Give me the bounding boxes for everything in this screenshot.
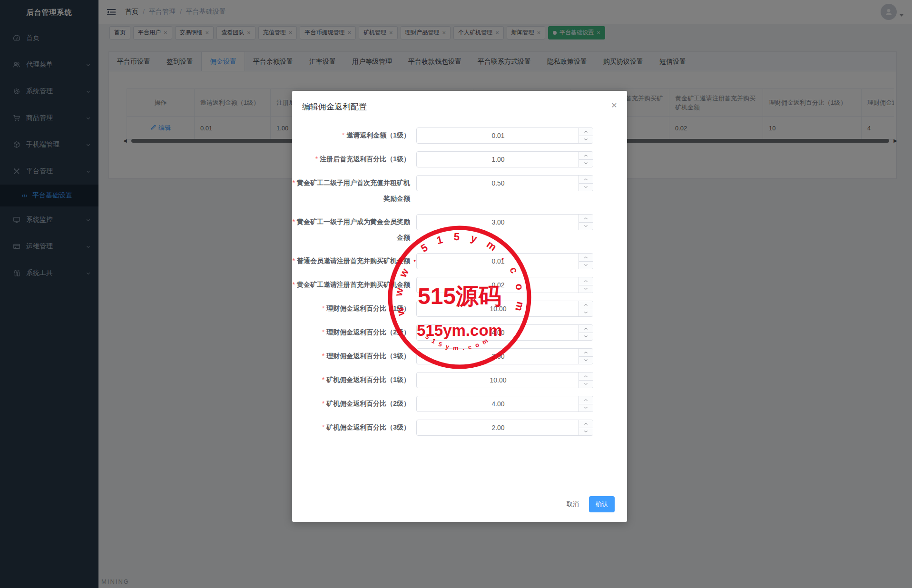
field-input[interactable]	[417, 396, 593, 412]
form-row-gold-miner-invite-register-buy-amount: *黄金矿工邀请注册首充并购买矿机金额	[292, 277, 627, 293]
field-input[interactable]	[417, 277, 593, 293]
increase-icon[interactable]	[579, 349, 593, 357]
required-star: *	[322, 376, 324, 383]
decrease-icon[interactable]	[579, 381, 593, 388]
field-label: *矿机佣金返利百分比（2级）	[292, 396, 410, 412]
form-row-miner-commission-percent-l3: *矿机佣金返利百分比（3级）	[292, 420, 627, 436]
number-input-miner-commission-percent-l3	[416, 420, 593, 436]
increase-icon[interactable]	[579, 301, 593, 309]
increase-icon[interactable]	[579, 372, 593, 381]
number-stepper	[579, 215, 593, 230]
dialog-footer: 取消 确认	[564, 496, 615, 512]
form-row-miner-commission-percent-l1: *矿机佣金返利百分比（1级）	[292, 372, 627, 388]
field-input[interactable]	[417, 372, 593, 388]
number-stepper	[579, 254, 593, 269]
number-stepper	[579, 420, 593, 435]
increase-icon[interactable]	[579, 277, 593, 285]
dialog-title: 编辑佣金返利配置	[292, 91, 627, 112]
required-star: *	[322, 400, 324, 407]
number-stepper	[579, 128, 593, 143]
decrease-icon[interactable]	[579, 184, 593, 191]
commission-form: *邀请返利金额（1级） *注册后首充返利百分比（1级） *黄金矿工二级子用户首次…	[292, 127, 627, 436]
form-row-miner-commission-percent-l2: *矿机佣金返利百分比（2级）	[292, 396, 627, 412]
confirm-button[interactable]: 确认	[589, 496, 615, 512]
decrease-icon[interactable]	[579, 223, 593, 230]
required-star: *	[315, 155, 318, 163]
decrease-icon[interactable]	[579, 285, 593, 293]
required-star: *	[293, 179, 295, 186]
number-stepper	[579, 152, 593, 167]
increase-icon[interactable]	[579, 254, 593, 262]
form-row-invite-rebate-amount-l1: *邀请返利金额（1级）	[292, 127, 627, 144]
number-input-wealth-commission-percent-l2	[416, 324, 593, 341]
number-input-invite-rebate-amount-l1	[416, 127, 593, 144]
field-input[interactable]	[417, 301, 593, 316]
required-star: *	[293, 218, 295, 225]
field-input[interactable]	[417, 176, 593, 191]
field-input[interactable]	[417, 254, 593, 269]
field-input[interactable]	[417, 215, 593, 230]
edit-commission-dialog: 编辑佣金返利配置 × *邀请返利金额（1级） *注册后首充返利百分比（1级） *…	[292, 91, 627, 522]
required-star: *	[342, 131, 344, 139]
form-row-gold-miner-l1-become-gold-member-reward: *黄金矿工一级子用户成为黄金会员奖励金额	[292, 214, 627, 245]
field-label: *理财佣金返利百分比（1级）	[292, 301, 410, 316]
decrease-icon[interactable]	[579, 357, 593, 364]
field-label: *黄金矿工二级子用户首次充值并租矿机奖励金额	[292, 175, 410, 206]
required-star: *	[322, 423, 324, 431]
number-input-miner-commission-percent-l2	[416, 396, 593, 412]
field-input[interactable]	[417, 349, 593, 364]
form-row-wealth-commission-percent-l2: *理财佣金返利百分比（2级）	[292, 324, 627, 341]
form-row-wealth-commission-percent-l3: *理财佣金返利百分比（3级）	[292, 348, 627, 364]
form-row-normal-member-invite-register-buy-amount: *普通会员邀请注册首充并购买矿机金额	[292, 253, 627, 269]
field-label: *普通会员邀请注册首充并购买矿机金额	[292, 253, 410, 269]
field-label: *黄金矿工一级子用户成为黄金会员奖励金额	[292, 214, 410, 245]
required-star: *	[322, 304, 324, 312]
decrease-icon[interactable]	[579, 333, 593, 341]
number-input-gold-miner-l1-become-gold-member-reward	[416, 214, 593, 230]
number-stepper	[579, 349, 593, 364]
cancel-button[interactable]: 取消	[564, 500, 582, 509]
decrease-icon[interactable]	[579, 309, 593, 317]
close-icon[interactable]: ×	[611, 100, 617, 110]
increase-icon[interactable]	[579, 325, 593, 333]
number-stepper	[579, 372, 593, 388]
number-stepper	[579, 301, 593, 316]
number-stepper	[579, 277, 593, 293]
increase-icon[interactable]	[579, 128, 593, 136]
field-input[interactable]	[417, 325, 593, 340]
field-input[interactable]	[417, 128, 593, 143]
number-input-first-recharge-rebate-percent-l1	[416, 151, 593, 167]
field-input[interactable]	[417, 152, 593, 167]
number-input-normal-member-invite-register-buy-amount	[416, 253, 593, 269]
field-label: *理财佣金返利百分比（2级）	[292, 324, 410, 340]
field-label: *注册后首充返利百分比（1级）	[292, 151, 410, 167]
decrease-icon[interactable]	[579, 136, 593, 144]
decrease-icon[interactable]	[579, 262, 593, 269]
number-input-wealth-commission-percent-l1	[416, 301, 593, 317]
field-label: *理财佣金返利百分比（3级）	[292, 348, 410, 364]
number-stepper	[579, 396, 593, 412]
form-row-wealth-commission-percent-l1: *理财佣金返利百分比（1级）	[292, 301, 627, 317]
number-stepper	[579, 325, 593, 340]
increase-icon[interactable]	[579, 420, 593, 428]
increase-icon[interactable]	[579, 396, 593, 404]
decrease-icon[interactable]	[579, 404, 593, 412]
increase-icon[interactable]	[579, 152, 593, 160]
field-label: *矿机佣金返利百分比（1级）	[292, 372, 410, 388]
decrease-icon[interactable]	[579, 160, 593, 167]
required-star: *	[293, 257, 295, 265]
number-input-miner-commission-percent-l1	[416, 372, 593, 388]
field-label: *黄金矿工邀请注册首充并购买矿机金额	[292, 277, 410, 293]
increase-icon[interactable]	[579, 176, 593, 184]
field-input[interactable]	[417, 420, 593, 435]
number-input-wealth-commission-percent-l3	[416, 348, 593, 364]
required-star: *	[322, 328, 324, 336]
screen: 后台管理系统 首页代理菜单系统管理商品管理手机端管理平台管理平台基础设置系统监控…	[0, 0, 912, 588]
number-input-gold-miner-l2-first-recharge-rent-reward	[416, 175, 593, 191]
form-row-gold-miner-l2-first-recharge-rent-reward: *黄金矿工二级子用户首次充值并租矿机奖励金额	[292, 175, 627, 206]
field-label: *邀请返利金额（1级）	[292, 127, 410, 143]
increase-icon[interactable]	[579, 215, 593, 223]
decrease-icon[interactable]	[579, 428, 593, 436]
form-row-first-recharge-rebate-percent-l1: *注册后首充返利百分比（1级）	[292, 151, 627, 167]
required-star: *	[322, 352, 324, 360]
